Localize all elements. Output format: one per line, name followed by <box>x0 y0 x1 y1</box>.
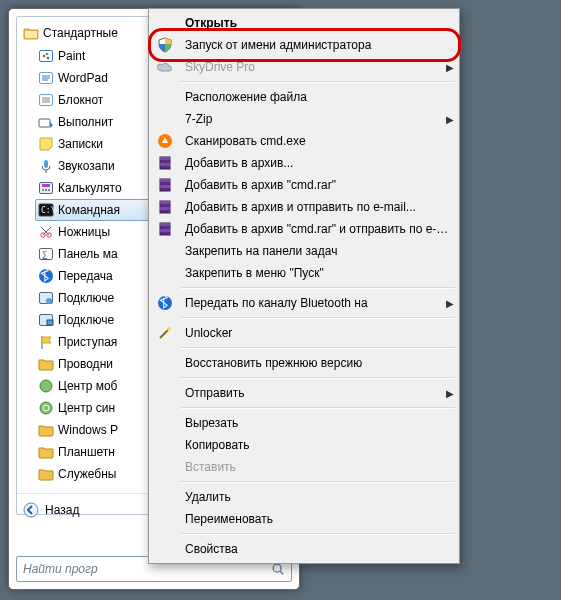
menu-item-label: Свойства <box>179 542 457 556</box>
rdp-icon <box>38 290 54 306</box>
menu-item-label: Добавить в архив "cmd.rar" и отправить п… <box>179 222 457 236</box>
menu-item[interactable]: Добавить в архив "cmd.rar" <box>151 174 457 196</box>
menu-item[interactable]: Unlocker <box>151 322 457 344</box>
submenu-arrow-icon: ▶ <box>443 388 457 399</box>
folder-open-icon <box>23 25 39 41</box>
menu-item: SkyDrive Pro▶ <box>151 56 457 78</box>
svg-rect-41 <box>160 157 170 160</box>
cloud-icon <box>151 56 179 78</box>
menu-item[interactable]: Свойства <box>151 538 457 560</box>
flag-icon <box>38 334 54 350</box>
menu-item[interactable]: Восстановить прежнюю версию <box>151 352 457 374</box>
rar-icon <box>151 196 179 218</box>
notepad-icon <box>38 92 54 108</box>
menu-item-label: Передать по каналу Bluetooth на <box>179 296 443 310</box>
folder-icon <box>38 422 54 438</box>
menu-item-label: Добавить в архив "cmd.rar" <box>179 178 457 192</box>
menu-item[interactable]: Добавить в архив... <box>151 152 457 174</box>
svg-point-36 <box>24 503 38 517</box>
tree-item-label: WordPad <box>58 71 108 85</box>
tree-item-label: Проводни <box>58 357 113 371</box>
search-icon <box>271 562 285 576</box>
menu-item-label: Вырезать <box>179 416 457 430</box>
menu-item[interactable]: Добавить в архив и отправить по e-mail..… <box>151 196 457 218</box>
menu-item[interactable]: Удалить <box>151 486 457 508</box>
tree-item-label: Записки <box>58 137 103 151</box>
svg-rect-51 <box>160 229 170 232</box>
menu-item[interactable]: Отправить▶ <box>151 382 457 404</box>
svg-rect-16 <box>42 184 50 187</box>
svg-point-34 <box>40 380 52 392</box>
tree-item-label: Панель ма <box>58 247 118 261</box>
blank-icon <box>151 486 179 508</box>
tree-root-label: Стандартные <box>43 26 118 40</box>
menu-item[interactable]: Сканировать cmd.exe <box>151 130 457 152</box>
blank-icon <box>151 262 179 284</box>
menu-separator <box>181 287 455 289</box>
tree-item-label: Центр син <box>58 401 115 415</box>
menu-item[interactable]: Закрепить на панели задач <box>151 240 457 262</box>
tree-item-label: Планшетн <box>58 445 115 459</box>
menu-item[interactable]: Запуск от имени администратора <box>151 34 457 56</box>
back-label: Назад <box>45 503 79 517</box>
menu-item[interactable]: Добавить в архив "cmd.rar" и отправить п… <box>151 218 457 240</box>
submenu-arrow-icon: ▶ <box>443 298 457 309</box>
menu-item[interactable]: Закрепить в меню "Пуск" <box>151 262 457 284</box>
back-icon <box>23 502 39 518</box>
menu-item-label: Удалить <box>179 490 457 504</box>
svg-point-17 <box>42 189 44 191</box>
run-icon <box>38 114 54 130</box>
mobility-icon <box>38 378 54 394</box>
context-menu: ОткрытьЗапуск от имени администратораSky… <box>148 8 460 564</box>
menu-item-label: Закрепить в меню "Пуск" <box>179 266 457 280</box>
tree-item-label: Калькулято <box>58 181 122 195</box>
blank-icon <box>151 538 179 560</box>
menu-item[interactable]: 7-Zip▶ <box>151 108 457 130</box>
svg-text:C:\: C:\ <box>41 206 54 215</box>
tree-item-label: Звукозапи <box>58 159 115 173</box>
folder-icon <box>38 466 54 482</box>
menu-item[interactable]: Переименовать <box>151 508 457 530</box>
menu-item: Вставить <box>151 456 457 478</box>
rar-icon <box>151 218 179 240</box>
menu-item-label: Добавить в архив... <box>179 156 457 170</box>
math-icon: ∑ <box>38 246 54 262</box>
tree-item-label: Windows P <box>58 423 118 437</box>
svg-rect-42 <box>160 163 170 166</box>
menu-item[interactable]: Вырезать <box>151 412 457 434</box>
svg-text:∑: ∑ <box>42 250 48 259</box>
menu-separator <box>181 407 455 409</box>
blank-icon <box>151 508 179 530</box>
blank-icon <box>151 108 179 130</box>
blank-icon <box>151 352 179 374</box>
paint-icon <box>38 48 54 64</box>
soundrec-icon <box>38 158 54 174</box>
tree-item-label: Приступая <box>58 335 117 349</box>
svg-point-3 <box>47 57 50 60</box>
bt-icon <box>38 268 54 284</box>
wand-icon <box>151 322 179 344</box>
svg-point-2 <box>46 53 49 56</box>
avast-icon <box>151 130 179 152</box>
folder-icon <box>38 444 54 460</box>
svg-rect-45 <box>160 185 170 188</box>
menu-item-label: Unlocker <box>179 326 457 340</box>
menu-item[interactable]: Передать по каналу Bluetooth на▶ <box>151 292 457 314</box>
sync-icon <box>38 400 54 416</box>
svg-point-37 <box>273 564 281 572</box>
menu-item-label: Добавить в архив и отправить по e-mail..… <box>179 200 457 214</box>
sticky-icon <box>38 136 54 152</box>
svg-rect-32 <box>47 320 53 325</box>
blank-icon <box>151 86 179 108</box>
menu-item[interactable]: Копировать <box>151 434 457 456</box>
menu-item-label: Сканировать cmd.exe <box>179 134 457 148</box>
proj-icon <box>38 312 54 328</box>
blank-icon <box>151 240 179 262</box>
menu-item-label: Расположение файла <box>179 90 457 104</box>
submenu-arrow-icon: ▶ <box>443 62 457 73</box>
menu-item-label: Копировать <box>179 438 457 452</box>
menu-item[interactable]: Открыть <box>151 12 457 34</box>
menu-item[interactable]: Расположение файла <box>151 86 457 108</box>
menu-separator <box>181 533 455 535</box>
bt-icon <box>151 292 179 314</box>
